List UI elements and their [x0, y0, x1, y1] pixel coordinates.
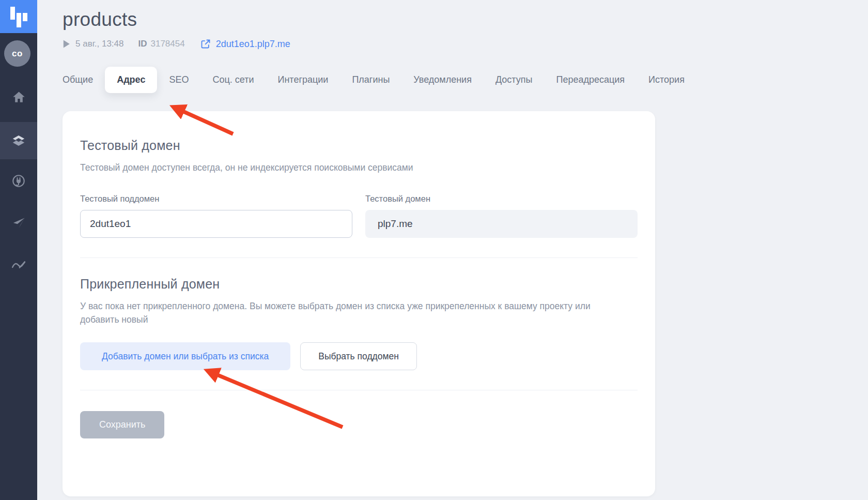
sidebar-item-integrations[interactable] — [0, 162, 37, 200]
tab-dostupy[interactable]: Доступы — [484, 67, 545, 93]
settings-tabs: Общие Адрес SEO Соц. сети Интеграции Пла… — [51, 67, 868, 93]
home-icon — [12, 90, 26, 104]
tab-istoriya[interactable]: История — [637, 67, 696, 93]
domain-link[interactable]: 2dut1eo1.plp7.me — [200, 39, 290, 50]
paper-plane-icon — [12, 216, 26, 230]
sidebar: co — [0, 0, 37, 500]
test-domain-description: Тестовый домен доступен всегда, он не ин… — [80, 161, 630, 174]
subdomain-label: Тестовый поддомен — [80, 194, 352, 204]
layers-icon — [11, 133, 26, 148]
logo-bars-icon — [10, 6, 27, 27]
avatar[interactable]: co — [4, 40, 30, 67]
tab-soc-seti[interactable]: Соц. сети — [200, 67, 266, 93]
page-title: products — [63, 9, 868, 31]
external-link-icon — [200, 39, 211, 49]
sidebar-item-pages[interactable] — [0, 122, 37, 159]
id-value: 3178454 — [151, 39, 185, 49]
choose-subdomain-button[interactable]: Выбрать поддомен — [300, 342, 417, 370]
save-row: Сохранить — [80, 411, 638, 438]
tab-integracii[interactable]: Интеграции — [266, 67, 340, 93]
tab-pereadresaciya[interactable]: Переадресация — [544, 67, 637, 93]
project-id: ID 3178454 — [138, 39, 185, 49]
publish-date: 5 авг., 13:48 — [63, 39, 124, 49]
tab-obshchie[interactable]: Общие — [51, 67, 105, 93]
plug-icon — [11, 173, 26, 189]
divider — [80, 257, 638, 258]
test-domain-title: Тестовый домен — [80, 138, 638, 153]
domain-field-group: Тестовый домен plp7.me — [365, 194, 638, 238]
trend-chart-icon — [11, 257, 26, 272]
id-label: ID — [138, 39, 147, 49]
attached-domain-title: Прикрепленный домен — [80, 277, 638, 292]
sidebar-item-send[interactable] — [0, 204, 37, 241]
tab-seo[interactable]: SEO — [157, 67, 200, 93]
tab-plaginy[interactable]: Плагины — [340, 67, 401, 93]
domain-fields-row: Тестовый поддомен Тестовый домен plp7.me — [80, 194, 638, 238]
add-domain-button[interactable]: Добавить домен или выбрать из списка — [80, 342, 290, 370]
sidebar-item-analytics[interactable] — [0, 246, 37, 283]
play-icon — [63, 40, 70, 48]
domain-readonly-field: plp7.me — [365, 210, 638, 238]
domain-link-text: 2dut1eo1.plp7.me — [216, 39, 290, 50]
attached-domain-description: У вас пока нет прикрепленного домена. Вы… — [80, 300, 630, 326]
domain-buttons-row: Добавить домен или выбрать из списка Выб… — [80, 342, 638, 370]
divider — [80, 390, 638, 390]
subdomain-input[interactable] — [80, 210, 352, 238]
tab-adres[interactable]: Адрес — [105, 67, 157, 93]
app-logo[interactable] — [0, 0, 37, 33]
page-meta: 5 авг., 13:48 ID 3178454 2dut1eo1.plp7.m… — [63, 38, 868, 50]
save-button[interactable]: Сохранить — [80, 411, 164, 438]
domain-label: Тестовый домен — [365, 194, 638, 204]
sidebar-item-home[interactable] — [0, 78, 37, 115]
publish-date-text: 5 авг., 13:48 — [75, 39, 124, 49]
main-area: products 5 авг., 13:48 ID 3178454 2dut1e… — [37, 0, 868, 500]
tab-uvedomleniya[interactable]: Уведомления — [401, 67, 484, 93]
address-settings-card: Тестовый домен Тестовый домен доступен в… — [63, 111, 655, 496]
subdomain-field-group: Тестовый поддомен — [80, 194, 352, 238]
